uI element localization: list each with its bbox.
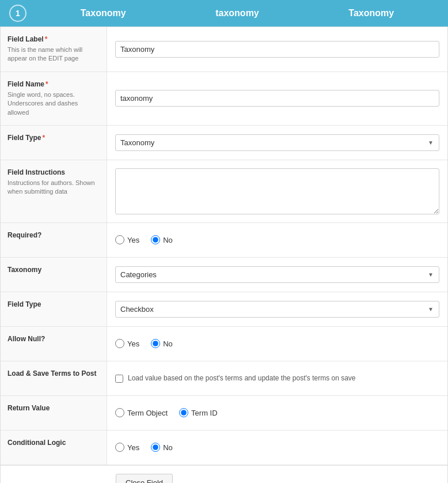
field-type-value: Taxonomy — [107, 126, 447, 160]
allow-null-value: Yes No — [107, 327, 447, 361]
required-value: Yes No — [107, 223, 447, 257]
field-name-value — [107, 72, 447, 125]
allow-null-row: Allow Null? Yes No — [1, 327, 447, 361]
field-type-2-row: Field Type Checkbox Radio Select Multi-S… — [1, 292, 447, 327]
return-value-term-object-radio[interactable] — [115, 408, 124, 417]
field-instructions-row: Field Instructions Instructions for auth… — [1, 160, 447, 223]
required-star-2: * — [45, 80, 48, 88]
header-title-1: Taxonomy — [81, 8, 126, 18]
header-title-3: Taxonomy — [348, 8, 394, 18]
field-type-label-cell: Field Type* — [1, 126, 107, 160]
allow-null-no-radio[interactable] — [151, 339, 160, 348]
return-value-radio-group: Term Object Term ID — [115, 408, 218, 417]
field-instructions-desc: Instructions for authors. Shown when sub… — [7, 179, 100, 197]
header-title-2: taxonomy — [215, 8, 259, 18]
return-value-title: Return Value — [7, 404, 100, 412]
field-type-2-value: Checkbox Radio Select Multi-Select — [107, 292, 447, 326]
required-radio-group: Yes No — [115, 235, 173, 244]
allow-null-yes-label[interactable]: Yes — [115, 339, 139, 348]
field-type-row: Field Type* Taxonomy — [1, 126, 447, 160]
conditional-logic-value: Yes No — [107, 431, 447, 465]
taxonomy-title: Taxonomy — [7, 266, 100, 274]
field-label-title: Field Label* — [7, 35, 100, 43]
conditional-logic-no-radio[interactable] — [151, 443, 160, 452]
field-label-input[interactable] — [115, 41, 439, 58]
load-save-checkbox-label: Load value based on the post's terms and… — [128, 373, 356, 383]
taxonomy-select-wrapper: Categories Tags — [115, 266, 439, 283]
return-value-term-id-radio[interactable] — [179, 408, 188, 417]
field-type-select[interactable]: Taxonomy — [115, 134, 439, 151]
allow-null-title: Allow Null? — [7, 335, 100, 343]
close-field-button[interactable]: Close Field — [116, 474, 173, 483]
conditional-logic-label-cell: Conditional Logic — [1, 431, 107, 465]
taxonomy-row: Taxonomy Categories Tags — [1, 258, 447, 292]
field-label-row: Field Label* This is the name which will… — [1, 27, 447, 72]
main-content: Field Label* This is the name which will… — [0, 27, 448, 483]
field-label-desc: This is the name which will appear on th… — [7, 46, 100, 63]
required-yes-radio[interactable] — [115, 235, 124, 244]
field-name-input[interactable] — [115, 90, 439, 107]
field-label-value — [107, 27, 447, 71]
step-indicator: 1 — [9, 5, 26, 22]
allow-null-radio-group: Yes No — [115, 339, 173, 348]
required-no-radio[interactable] — [151, 235, 160, 244]
taxonomy-label-cell: Taxonomy — [1, 258, 107, 292]
conditional-logic-row: Conditional Logic Yes No — [1, 431, 447, 465]
field-type-2-title: Field Type — [7, 300, 100, 308]
field-name-label-cell: Field Name* Single word, no spaces. Unde… — [1, 72, 107, 125]
conditional-logic-radio-group: Yes No — [115, 443, 173, 452]
required-star-3: * — [42, 134, 45, 142]
bottom-row: Close Field — [1, 465, 447, 483]
required-label-cell: Required? — [1, 223, 107, 257]
load-save-label-cell: Load & Save Terms to Post — [1, 361, 107, 395]
required-yes-label[interactable]: Yes — [115, 235, 139, 244]
field-type-2-select[interactable]: Checkbox Radio Select Multi-Select — [115, 301, 439, 318]
field-label-cell: Field Label* This is the name which will… — [1, 27, 107, 71]
conditional-logic-title: Conditional Logic — [7, 439, 100, 447]
load-save-value: Load value based on the post's terms and… — [107, 361, 447, 395]
taxonomy-value: Categories Tags — [107, 258, 447, 292]
load-save-row: Load & Save Terms to Post Load value bas… — [1, 361, 447, 396]
field-name-row: Field Name* Single word, no spaces. Unde… — [1, 72, 447, 126]
field-name-title: Field Name* — [7, 80, 100, 88]
field-instructions-value — [107, 160, 447, 222]
load-save-title: Load & Save Terms to Post — [7, 369, 100, 378]
allow-null-no-label[interactable]: No — [151, 339, 173, 348]
conditional-logic-yes-radio[interactable] — [115, 443, 124, 452]
conditional-logic-no-label[interactable]: No — [151, 443, 173, 452]
required-title: Required? — [7, 231, 100, 239]
field-type-title: Field Type* — [7, 134, 100, 142]
return-value-row: Return Value Term Object Term ID — [1, 396, 447, 431]
field-type-2-label-cell: Field Type — [1, 292, 107, 326]
return-value-value: Term Object Term ID — [107, 396, 447, 430]
field-name-desc: Single word, no spaces. Underscores and … — [7, 90, 100, 117]
page-header: 1 Taxonomy taxonomy Taxonomy — [0, 0, 448, 27]
required-no-label[interactable]: No — [151, 235, 173, 244]
allow-null-label-cell: Allow Null? — [1, 327, 107, 361]
load-save-checkbox-row: Load value based on the post's terms and… — [115, 373, 356, 383]
load-save-checkbox[interactable] — [115, 375, 123, 383]
return-value-term-object-label[interactable]: Term Object — [115, 408, 168, 417]
field-instructions-label-cell: Field Instructions Instructions for auth… — [1, 160, 107, 222]
field-instructions-textarea[interactable] — [115, 168, 439, 214]
field-type-select-wrapper: Taxonomy — [115, 134, 439, 151]
return-value-term-id-label[interactable]: Term ID — [179, 408, 218, 417]
conditional-logic-yes-label[interactable]: Yes — [115, 443, 139, 452]
required-row: Required? Yes No — [1, 223, 447, 258]
taxonomy-select[interactable]: Categories Tags — [115, 266, 439, 283]
required-star: * — [45, 35, 48, 43]
header-titles: Taxonomy taxonomy Taxonomy — [36, 8, 439, 18]
allow-null-yes-radio[interactable] — [115, 339, 124, 348]
field-instructions-title: Field Instructions — [7, 168, 100, 176]
field-type-2-select-wrapper: Checkbox Radio Select Multi-Select — [115, 301, 439, 318]
return-value-label-cell: Return Value — [1, 396, 107, 430]
